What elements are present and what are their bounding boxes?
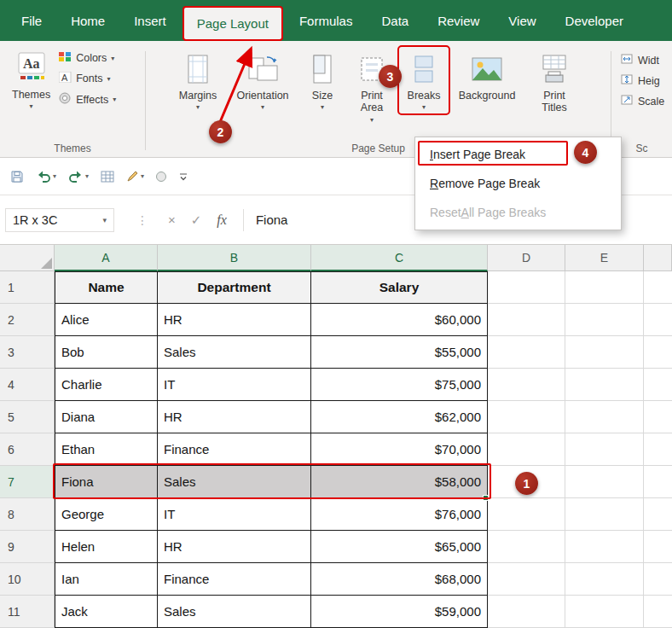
cell-A9[interactable]: Helen bbox=[55, 531, 158, 563]
cell-C7[interactable]: $58,000 bbox=[311, 466, 488, 498]
cell-E3[interactable] bbox=[565, 336, 644, 369]
customize-qat-button[interactable] bbox=[178, 172, 188, 182]
cell-A10[interactable]: Ian bbox=[55, 563, 158, 596]
cell-D10[interactable] bbox=[488, 563, 565, 596]
cell-C2[interactable]: $60,000 bbox=[311, 304, 488, 336]
colors-button[interactable]: Colors ▾ bbox=[59, 51, 116, 65]
cell-B4[interactable]: IT bbox=[158, 369, 311, 401]
size-button[interactable]: Size ▾ bbox=[301, 48, 344, 113]
row-header-3[interactable]: 3 bbox=[0, 336, 55, 369]
cell-A7[interactable]: Fiona bbox=[55, 466, 158, 498]
insert-function-icon[interactable]: fx bbox=[217, 212, 227, 228]
tab-file[interactable]: File bbox=[7, 0, 56, 41]
cell-A11[interactable]: Jack bbox=[55, 596, 158, 628]
cell-B6[interactable]: Finance bbox=[158, 433, 311, 466]
row-header-4[interactable]: 4 bbox=[0, 369, 55, 401]
cell-F9[interactable] bbox=[644, 531, 672, 563]
row-header-9[interactable]: 9 bbox=[0, 531, 55, 563]
column-header-partial[interactable] bbox=[644, 245, 672, 271]
tab-view[interactable]: View bbox=[494, 0, 550, 41]
cell-A6[interactable]: Ethan bbox=[55, 433, 158, 466]
cell-E2[interactable] bbox=[565, 304, 644, 336]
name-box-dropdown-icon[interactable]: ▾ bbox=[102, 216, 107, 224]
tab-developer[interactable]: Developer bbox=[551, 0, 638, 41]
cell-C8[interactable]: $76,000 bbox=[311, 498, 488, 531]
cell-F2[interactable] bbox=[644, 304, 672, 336]
undo-button[interactable]: ▾ bbox=[36, 170, 56, 183]
width-control[interactable]: Widt bbox=[620, 53, 659, 67]
cell-C3[interactable]: $55,000 bbox=[311, 336, 488, 369]
row-header-2[interactable]: 2 bbox=[0, 304, 55, 336]
cell-B1[interactable]: Department bbox=[158, 271, 311, 304]
tab-insert[interactable]: Insert bbox=[119, 0, 181, 41]
margins-button[interactable]: Margins ▾ bbox=[171, 48, 224, 113]
background-button[interactable]: Background bbox=[451, 48, 523, 103]
cell-B9[interactable]: HR bbox=[158, 531, 311, 563]
menu-item-remove-page-break[interactable]: Remove Page Break bbox=[415, 169, 621, 198]
cell-A3[interactable]: Bob bbox=[55, 336, 158, 369]
row-header-8[interactable]: 8 bbox=[0, 498, 55, 531]
cell-A2[interactable]: Alice bbox=[55, 304, 158, 336]
cell-F7[interactable] bbox=[644, 466, 672, 498]
row-header-5[interactable]: 5 bbox=[0, 401, 55, 433]
cell-E8[interactable] bbox=[565, 498, 644, 531]
scale-control[interactable]: Scale bbox=[620, 94, 664, 108]
row-header-7[interactable]: 7 bbox=[0, 466, 55, 498]
breaks-button[interactable]: Breaks ▾ bbox=[400, 48, 448, 113]
fonts-button[interactable]: A Fonts ▾ bbox=[59, 72, 116, 85]
cell-F5[interactable] bbox=[644, 401, 672, 433]
formula-bar-handle[interactable]: ⋮ bbox=[136, 213, 148, 227]
cell-C10[interactable]: $68,000 bbox=[311, 563, 488, 596]
cell-E11[interactable] bbox=[565, 596, 644, 628]
cell-D6[interactable] bbox=[488, 433, 565, 466]
cell-F3[interactable] bbox=[644, 336, 672, 369]
cell-F8[interactable] bbox=[644, 498, 672, 531]
cell-F10[interactable] bbox=[644, 563, 672, 596]
tab-home[interactable]: Home bbox=[56, 0, 119, 41]
name-box[interactable]: 1R x 3C ▾ bbox=[5, 208, 114, 232]
cell-B3[interactable]: Sales bbox=[158, 336, 311, 369]
cell-D2[interactable] bbox=[488, 304, 565, 336]
column-header-D[interactable]: D bbox=[488, 245, 565, 271]
pen-button[interactable]: ▾ bbox=[126, 170, 144, 183]
row-header-10[interactable]: 10 bbox=[0, 563, 55, 596]
column-header-C[interactable]: C bbox=[311, 245, 488, 271]
cell-D1[interactable] bbox=[488, 271, 565, 304]
cell-D5[interactable] bbox=[488, 401, 565, 433]
select-all-button[interactable] bbox=[0, 245, 55, 271]
cell-D9[interactable] bbox=[488, 531, 565, 563]
cell-A8[interactable]: George bbox=[55, 498, 158, 531]
tab-formulas[interactable]: Formulas bbox=[285, 0, 368, 41]
cell-D11[interactable] bbox=[488, 596, 565, 628]
fill-handle[interactable] bbox=[483, 495, 489, 501]
row-header-11[interactable]: 11 bbox=[0, 596, 55, 628]
cell-E6[interactable] bbox=[565, 433, 644, 466]
tab-data[interactable]: Data bbox=[367, 0, 423, 41]
cell-F6[interactable] bbox=[644, 433, 672, 466]
cell-E1[interactable] bbox=[565, 271, 644, 304]
row-header-1[interactable]: 1 bbox=[0, 271, 55, 304]
tab-page-layout[interactable]: Page Layout bbox=[182, 6, 283, 41]
orientation-button[interactable]: Orientation ▾ bbox=[228, 48, 298, 113]
cell-D3[interactable] bbox=[488, 336, 565, 369]
height-control[interactable]: Heig bbox=[620, 73, 660, 88]
cell-B7[interactable]: Sales bbox=[158, 466, 311, 498]
effects-button[interactable]: Effects ▾ bbox=[59, 92, 116, 107]
cell-E5[interactable] bbox=[565, 401, 644, 433]
row-header-6[interactable]: 6 bbox=[0, 433, 55, 466]
cell-F4[interactable] bbox=[644, 369, 672, 401]
cell-F11[interactable] bbox=[644, 596, 672, 628]
cell-C4[interactable]: $75,000 bbox=[311, 369, 488, 401]
cell-E9[interactable] bbox=[565, 531, 644, 563]
cell-E7[interactable] bbox=[565, 466, 644, 498]
cell-D8[interactable] bbox=[488, 498, 565, 531]
cell-E4[interactable] bbox=[565, 369, 644, 401]
cell-B11[interactable]: Sales bbox=[158, 596, 311, 628]
cell-B8[interactable]: IT bbox=[158, 498, 311, 531]
cell-F1[interactable] bbox=[644, 271, 672, 304]
cell-C11[interactable]: $59,000 bbox=[311, 596, 488, 628]
redo-button[interactable]: ▾ bbox=[68, 170, 89, 183]
column-header-A[interactable]: A bbox=[55, 245, 158, 271]
print-titles-button[interactable]: Print Titles bbox=[526, 48, 582, 116]
cell-B10[interactable]: Finance bbox=[158, 563, 311, 596]
